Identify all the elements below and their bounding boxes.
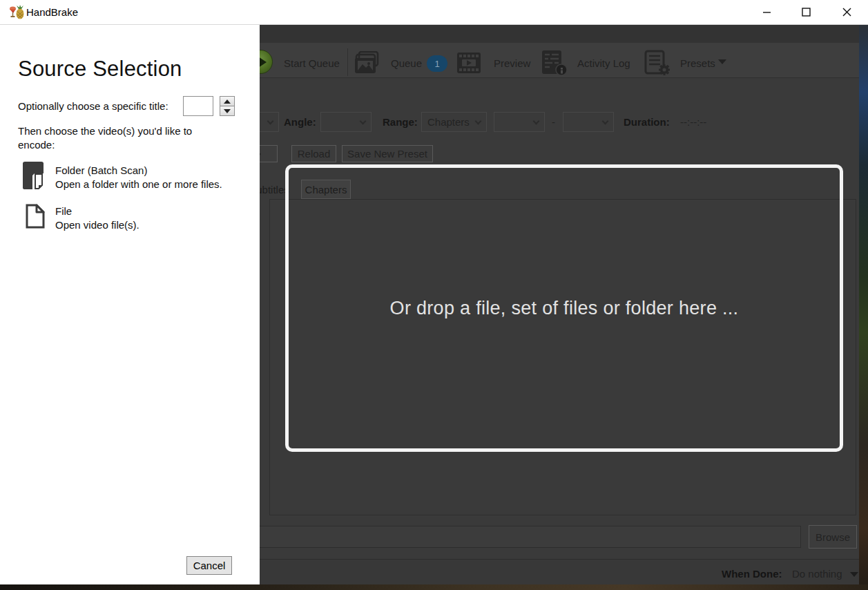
presets-button[interactable]: Presets bbox=[680, 57, 715, 69]
desktop-bottom-sliver bbox=[0, 584, 868, 590]
spinner-up-button[interactable] bbox=[220, 96, 235, 106]
queue-count-badge: 1 bbox=[427, 55, 447, 72]
queue-button[interactable]: Queue bbox=[391, 57, 422, 69]
queue-icon[interactable] bbox=[354, 51, 380, 74]
handbrake-logo-icon bbox=[8, 5, 25, 20]
encode-prompt-text: Then choose the video(s) you'd like to e… bbox=[18, 124, 218, 153]
toolbar-divider bbox=[347, 48, 348, 76]
title-number-input[interactable] bbox=[183, 96, 213, 116]
chevron-down-icon bbox=[360, 118, 367, 125]
activity-log-icon[interactable] bbox=[541, 50, 568, 76]
angle-select[interactable] bbox=[320, 112, 372, 132]
titlebar: HandBrake bbox=[0, 0, 868, 25]
minimize-button[interactable] bbox=[751, 0, 782, 23]
angle-label: Angle: bbox=[284, 116, 316, 128]
maximize-button[interactable] bbox=[790, 0, 822, 23]
destination-path-input[interactable] bbox=[249, 526, 801, 548]
window-title: HandBrake bbox=[26, 6, 78, 18]
range-end-select[interactable] bbox=[563, 112, 614, 132]
presets-chevron-down-icon[interactable] bbox=[718, 59, 726, 64]
file-option[interactable]: File Open video file(s). bbox=[23, 201, 244, 233]
chevron-down-icon bbox=[475, 118, 482, 125]
range-start-select[interactable] bbox=[494, 112, 545, 132]
page-title: Source Selection bbox=[18, 57, 182, 82]
folder-option-description: Open a folder with one or more files. bbox=[55, 178, 222, 190]
when-done-label: When Done: bbox=[722, 568, 782, 580]
duration-label: Duration: bbox=[624, 116, 670, 128]
spinner-down-button[interactable] bbox=[220, 106, 235, 116]
chevron-down-icon bbox=[533, 118, 540, 125]
chevron-down-icon bbox=[267, 118, 274, 125]
folder-batch-scan-option[interactable]: Folder (Batch Scan) Open a folder with o… bbox=[23, 160, 244, 192]
preview-button[interactable]: Preview bbox=[494, 57, 530, 69]
file-icon bbox=[26, 204, 45, 229]
duration-value: --:--:-- bbox=[680, 116, 706, 128]
main-window-top-strip bbox=[260, 25, 859, 43]
drop-zone-message: Or drop a file, set of files or folder h… bbox=[390, 298, 739, 319]
preview-icon[interactable] bbox=[457, 53, 481, 73]
close-button[interactable] bbox=[831, 0, 862, 23]
browse-button[interactable]: Browse bbox=[809, 525, 857, 549]
source-selection-panel: Source Selection Optionally choose a spe… bbox=[0, 25, 260, 585]
file-option-label: File bbox=[55, 205, 72, 217]
chevron-down-icon bbox=[602, 118, 609, 125]
down-arrow-icon bbox=[224, 109, 231, 113]
handbrake-window: Start Queue Queue 1 Preview Activity Lo bbox=[0, 0, 868, 590]
folder-option-label: Folder (Batch Scan) bbox=[55, 164, 147, 176]
range-label: Range: bbox=[383, 116, 418, 128]
when-done-select[interactable]: Do nothing bbox=[792, 568, 842, 580]
activity-log-button[interactable]: Activity Log bbox=[577, 57, 630, 69]
up-arrow-icon bbox=[224, 99, 231, 104]
desktop-edge-sliver bbox=[859, 25, 868, 584]
cancel-button[interactable]: Cancel bbox=[186, 556, 232, 575]
specific-title-label: Optionally choose a specific title: bbox=[18, 100, 168, 112]
when-done-chevron-down-icon[interactable] bbox=[850, 572, 858, 577]
range-type-value: Chapters bbox=[427, 116, 470, 128]
reload-button[interactable]: Reload bbox=[291, 145, 336, 162]
folder-batch-icon bbox=[23, 162, 46, 191]
range-type-select[interactable]: Chapters bbox=[421, 112, 487, 132]
presets-icon[interactable] bbox=[644, 50, 671, 76]
start-queue-button[interactable]: Start Queue bbox=[284, 57, 340, 69]
drop-zone[interactable]: Or drop a file, set of files or folder h… bbox=[285, 164, 843, 452]
save-new-preset-button[interactable]: Save New Preset bbox=[342, 145, 433, 162]
range-separator: - bbox=[552, 116, 555, 128]
file-option-description: Open video file(s). bbox=[55, 219, 139, 231]
